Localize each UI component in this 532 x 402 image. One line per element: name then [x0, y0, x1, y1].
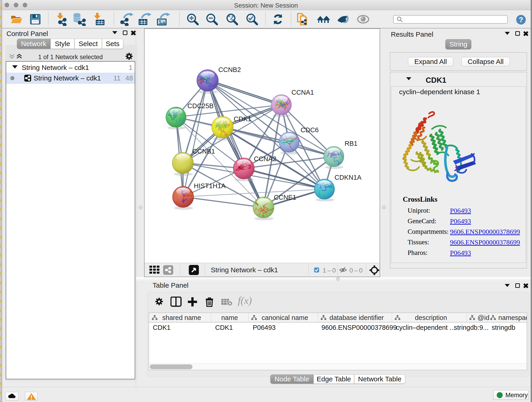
svg-text:CCNA1: CCNA1 [291, 89, 314, 96]
svg-text:CDK1: CDK1 [234, 115, 251, 123]
svg-text:CDC6: CDC6 [301, 126, 319, 134]
svg-text:CCNA2: CCNA2 [254, 155, 276, 162]
svg-text:HIST1H1A: HIST1H1A [194, 182, 226, 190]
svg-text:CCNE1: CCNE1 [274, 194, 296, 201]
svg-text:CDC25B: CDC25B [187, 102, 214, 109]
svg-text:CCNB1: CCNB1 [192, 148, 215, 155]
svg-text:RB1: RB1 [345, 140, 357, 147]
svg-text:CCNB2: CCNB2 [218, 66, 241, 73]
svg-text:CDKN1A: CDKN1A [335, 174, 361, 181]
